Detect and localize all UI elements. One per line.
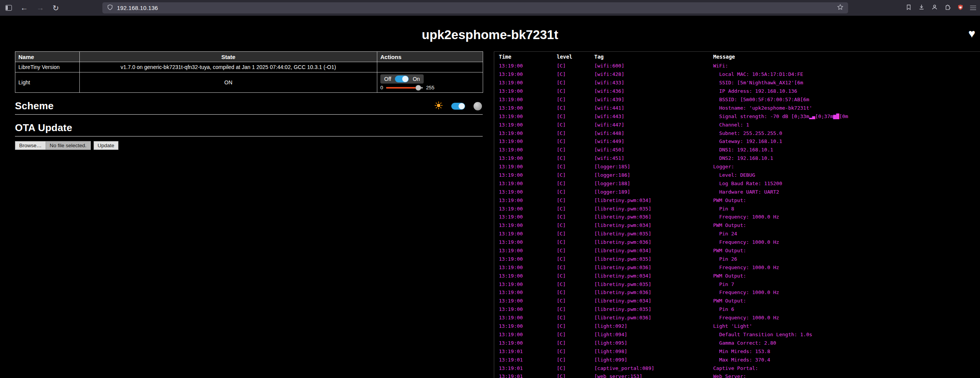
log-time: 13:19:00 [499,197,557,203]
entity-table-header-row: Name State Actions [15,52,483,62]
light-actions: Off On 0 255 [377,72,483,93]
brightness-slider[interactable] [386,87,423,89]
log-tag: [light:094] [594,332,713,337]
log-row: 13:19:00[C][libretiny.pwm:035] Pin 24 [494,230,980,238]
forward-icon[interactable]: → [36,3,44,12]
log-time: 13:19:00 [499,214,557,220]
log-level: [C] [557,113,594,119]
firefox-view-icon[interactable] [5,5,12,11]
log-level: [C] [557,256,594,262]
browse-button[interactable]: Browse… [15,141,46,150]
log-row: 13:19:00[C][libretiny.pwm:036] Frequency… [494,213,980,221]
account-icon[interactable] [931,4,938,12]
log-message: Frequency: 1000.0 Hz [713,265,980,270]
back-icon[interactable]: ← [20,3,28,12]
page-title: upk2esphome-bk7231t [0,28,980,42]
log-tag: [libretiny.pwm:035] [594,306,713,312]
log-row: 13:19:00[C][libretiny.pwm:036] Frequency… [494,314,980,322]
log-time: 13:19:01 [499,357,557,363]
menu-icon[interactable] [970,6,976,10]
scheme-toggle[interactable] [451,103,465,110]
log-row: 13:19:00[C][wifi:450] DNS1: 192.168.10.1 [494,146,980,154]
log-row: 13:19:00[C][libretiny.pwm:034]PWM Output… [494,221,980,230]
log-message: Gamma Correct: 2.80 [713,340,980,346]
light-toggle[interactable] [395,76,409,82]
log-row: 13:19:00[C][wifi:447] Channel: 1 [494,120,980,129]
bookmark-star-icon[interactable] [837,4,844,12]
log-time: 13:19:00 [499,315,557,320]
log-level: [C] [557,357,594,363]
log-time: 13:19:00 [499,231,557,237]
log-level: [C] [557,306,594,312]
log-header-tag: Tag [594,54,713,60]
log-header-level: level [557,54,594,60]
log-message: Pin 6 [713,306,980,312]
log-tag: [light:092] [594,323,713,329]
log-time: 13:19:00 [499,265,557,270]
log-time: 13:19:00 [499,138,557,144]
log-message: Local MAC: 10:5A:17:D1:D4:FE [713,71,980,77]
browser-chrome: ← → ↻ 192.168.10.136 [0,0,980,16]
adblock-icon[interactable] [957,4,964,12]
log-panel[interactable]: Time level Tag Message 13:19:00[C][wifi:… [494,51,980,378]
log-row: 13:19:00[C][logger:185]Logger: [494,163,980,171]
log-time: 13:19:00 [499,281,557,287]
log-rows: 13:19:00[C][wifi:600]WiFi:13:19:00[C][wi… [494,62,980,378]
url-bar[interactable]: 192.168.10.136 [102,2,848,13]
log-message: Gateway: 192.168.10.1 [713,138,980,144]
log-message: Pin 8 [713,206,980,212]
log-row: 13:19:00[C][light:094] Default Transitio… [494,330,980,339]
log-tag: [wifi:436] [594,88,713,94]
log-tag: [libretiny.pwm:034] [594,222,713,228]
log-message: Frequency: 1000.0 Hz [713,239,980,245]
log-tag: [logger:188] [594,181,713,186]
heart-icon[interactable]: ♥ [968,28,975,39]
log-message: Hardware UART: UART2 [713,189,980,195]
log-level: [C] [557,332,594,337]
log-tag: [logger:185] [594,164,713,169]
log-level: [C] [557,105,594,111]
log-row: 13:19:00[C][libretiny.pwm:036] Frequency… [494,288,980,297]
log-tag: [libretiny.pwm:036] [594,239,713,245]
bookmark-ribbon-icon[interactable] [906,4,912,12]
log-tag: [libretiny.pwm:036] [594,315,713,320]
ota-title: OTA Update [15,122,72,134]
reload-icon[interactable]: ↻ [53,3,59,13]
log-level: [C] [557,130,594,136]
log-tag: [libretiny.pwm:034] [594,248,713,253]
header-name: Name [15,52,80,62]
scheme-toggle-knob [459,103,465,109]
log-message: Pin 24 [713,231,980,237]
brightness-slider-group: 0 255 [380,85,480,90]
log-message: Captive Portal: [713,365,980,371]
log-row: 13:19:00[C][libretiny.pwm:036] Frequency… [494,238,980,247]
downloads-icon[interactable] [918,4,925,12]
log-level: [C] [557,164,594,169]
extensions-icon[interactable] [944,4,951,12]
log-header-time: Time [499,54,557,60]
log-row: 13:19:00[C][libretiny.pwm:035] Pin 26 [494,255,980,263]
log-message: Level: DEBUG [713,172,980,178]
update-button[interactable]: Update [94,141,119,150]
log-level: [C] [557,97,594,102]
log-tag: [light:098] [594,348,713,354]
log-message: Channel: 1 [713,122,980,128]
log-level: [C] [557,348,594,354]
log-tag: [wifi:428] [594,71,713,77]
log-tag: [wifi:439] [594,97,713,102]
log-row: 13:19:00[C][libretiny.pwm:035] Pin 7 [494,280,980,288]
log-time: 13:19:00 [499,332,557,337]
log-tag: [libretiny.pwm:034] [594,273,713,279]
log-time: 13:19:00 [499,298,557,304]
log-tag: [libretiny.pwm:035] [594,256,713,262]
shield-icon[interactable] [107,4,113,12]
log-message: PWM Output: [713,197,980,203]
log-level: [C] [557,147,594,153]
log-row: 13:19:00[C][wifi:600]WiFi: [494,62,980,70]
url-text[interactable]: 192.168.10.136 [117,5,833,11]
log-message: WiFi: [713,63,980,69]
light-off-label: Off [384,76,391,82]
log-time: 13:19:00 [499,273,557,279]
firmware-file-input[interactable]: Browse… No file selected. [15,141,91,150]
brightness-slider-handle[interactable] [415,85,421,90]
